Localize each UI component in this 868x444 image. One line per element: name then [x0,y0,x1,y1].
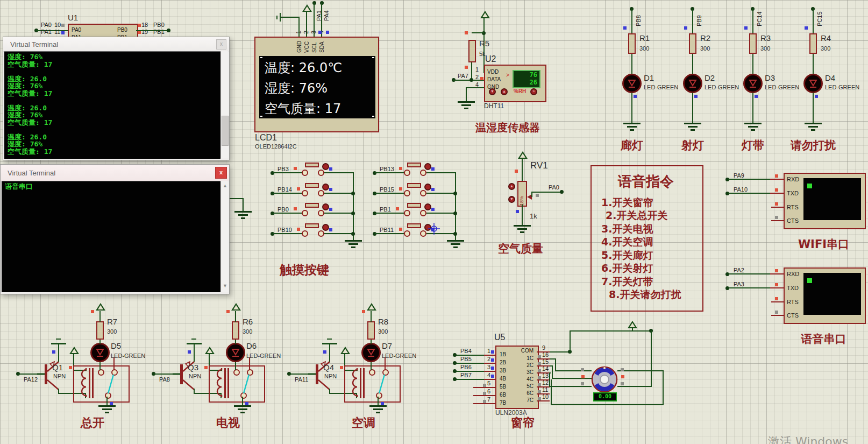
resistor-value: 300 [700,45,710,52]
key-actuator-button[interactable] [424,163,431,170]
close-icon[interactable]: x [216,39,226,50]
serial-cursor-block [807,278,812,283]
resistor[interactable] [749,33,757,54]
power-arrow-icon [340,347,350,355]
ground-icon [234,405,251,413]
lcd-pin-name: SCL [311,43,317,53]
wire [324,213,354,214]
scrollbar[interactable]: ▲ ▼ [220,181,229,292]
net-label: PB11 [380,227,394,233]
uln-pin: 2C [501,362,533,368]
net-label: PB5 [460,356,472,362]
power-arrow-icon [231,303,241,311]
led[interactable] [743,74,763,93]
key-cap[interactable] [407,163,421,167]
key-cap[interactable] [407,223,421,228]
logic-marker [623,26,627,30]
led[interactable] [361,343,381,362]
led[interactable] [622,74,642,93]
dht-up-button[interactable]: ▲ [501,88,508,95]
logic-marker [775,297,778,300]
key-cap[interactable] [305,183,319,188]
resistor[interactable] [367,321,375,340]
key-contact [420,190,426,196]
logic-marker [491,358,494,362]
wire [273,213,302,214]
pin-number: 12 [542,379,549,386]
ground-icon [327,339,332,340]
close-icon[interactable]: x [215,167,227,179]
wire [549,372,550,387]
key-actuator-button[interactable] [322,224,329,231]
r5-ref: R5 [479,39,489,48]
stepper-motor[interactable] [589,364,620,394]
ground-icon [514,225,531,233]
caption-led: 请勿打扰 [775,138,851,153]
key-actuator-button[interactable] [322,203,329,210]
key-actuator-button[interactable] [322,163,329,170]
key-cap[interactable] [305,223,319,228]
logic-marker [634,95,637,98]
resistor-value: 300 [821,45,830,52]
key-cap[interactable] [407,203,421,208]
key-actuator-button[interactable] [322,184,329,191]
wire [531,192,561,193]
scrollbar[interactable] [220,51,229,158]
led[interactable] [90,343,110,362]
wire [752,54,753,74]
led[interactable] [803,74,823,93]
key-cap[interactable] [305,203,319,208]
net-label: PB1 [380,206,391,213]
led-part: LED-GREEN [246,353,281,359]
resistor-value: 300 [107,328,117,335]
pot-up-button[interactable]: ▲ [508,183,515,190]
wire [552,378,592,379]
logic-marker [399,187,402,191]
wire [455,173,456,240]
resistor[interactable] [809,33,817,54]
net-label: PA9 [734,172,744,179]
resistor[interactable] [628,33,636,54]
key-actuator-button[interactable] [424,203,431,210]
uln-pin: 3C [501,369,533,375]
pot-down-button[interactable]: ▼ [508,196,515,203]
logic-marker [329,228,332,231]
power-arrow-icon [302,4,312,12]
led[interactable] [683,74,702,93]
wire [273,233,302,234]
key-contact [420,170,426,176]
serial-pin: CTS [787,217,799,224]
virtual-terminal-window-2[interactable]: Virtual Terminal x 语音串口 ▲ ▼ [0,164,230,294]
key-cap[interactable] [407,183,421,188]
screen-corner-tick [372,57,374,58]
resistor[interactable] [689,33,696,54]
terminal-title-bar[interactable]: Virtual Terminal x [3,37,229,52]
lcd-line-humidity: 湿度: 76% [265,80,328,97]
scroll-down-icon[interactable]: ▼ [223,284,227,288]
resistor-r5[interactable] [468,40,476,62]
pin-number: 4 [487,372,490,378]
dht-part: DHT11 [484,102,504,110]
resistor[interactable] [96,321,104,340]
power-arrow-icon [96,303,105,311]
wire [466,87,484,88]
key-cap[interactable] [305,163,319,167]
led[interactable] [226,343,245,362]
serial-cursor-block [807,184,812,188]
key-actuator-button[interactable] [424,184,431,191]
net-label: PB9 [696,15,702,26]
motor-angle-display: 0.00 [593,392,617,401]
scroll-up-icon[interactable]: ▲ [223,184,227,188]
virtual-terminal-window-1[interactable]: Virtual Terminal x 湿度: 76% 空气质量: 17 温度: … [3,37,230,160]
terminal-title-bar[interactable]: Virtual Terminal x [1,165,229,181]
logic-marker [775,188,778,192]
junction-dot [453,361,457,365]
dht-down-button[interactable]: ▼ [489,88,496,95]
dht-mode-button[interactable]: » [530,88,537,95]
logic-marker [538,376,541,379]
resistor-value: 300 [378,328,388,335]
scrollbar-thumb[interactable] [222,116,229,146]
resistor-ref: R3 [760,33,771,43]
resistor[interactable] [232,321,239,340]
resistor-value: 300 [639,45,649,52]
